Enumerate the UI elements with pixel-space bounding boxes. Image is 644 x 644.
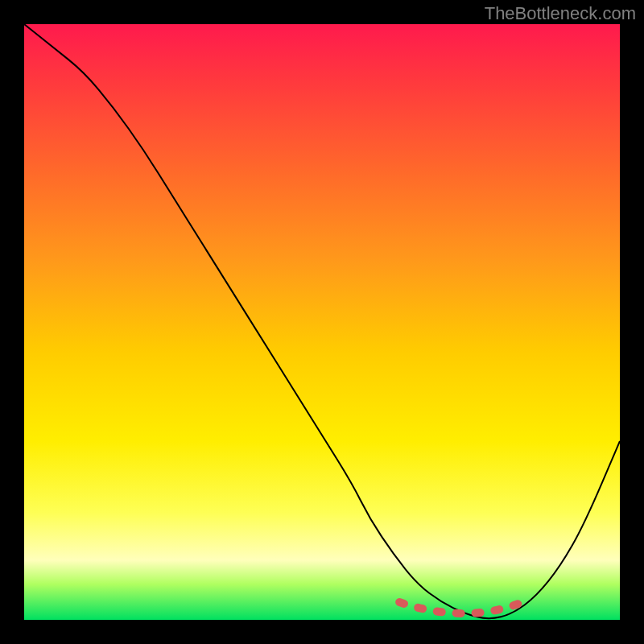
bottleneck-curve — [24, 24, 620, 618]
plot-area — [24, 24, 620, 620]
watermark-text: TheBottleneck.com — [485, 3, 636, 24]
chart-container: TheBottleneck.com — [0, 0, 644, 644]
optimal-range-dots — [399, 599, 530, 613]
chart-svg — [24, 24, 620, 620]
